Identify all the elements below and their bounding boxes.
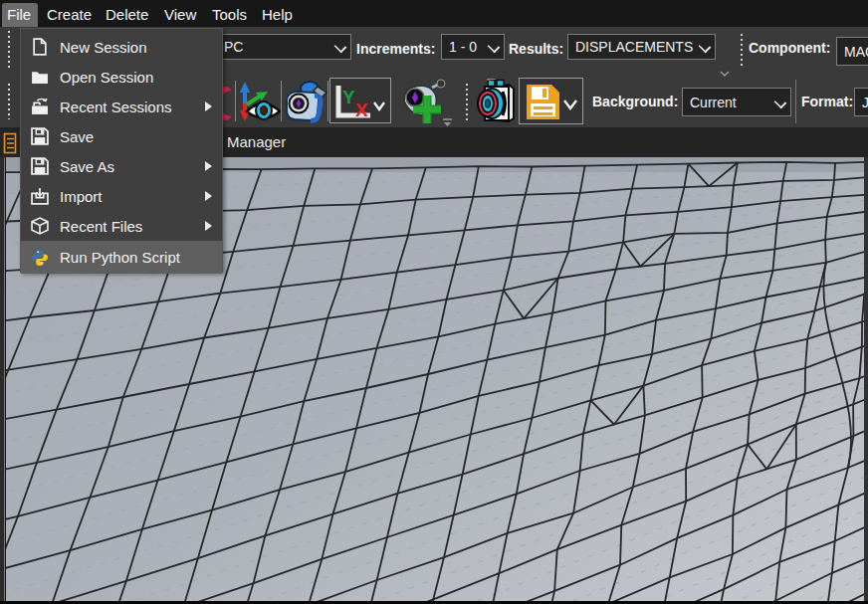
svg-text:X: X bbox=[355, 100, 368, 119]
svg-text:Y: Y bbox=[342, 87, 355, 107]
